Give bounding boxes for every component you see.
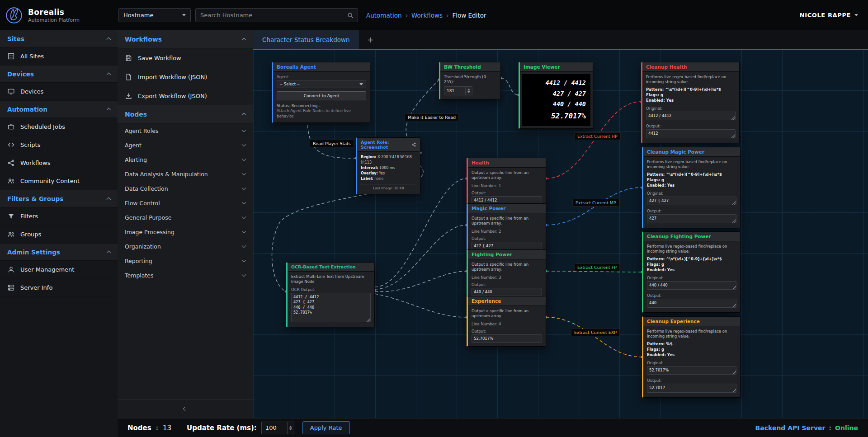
sidebar-section-devices[interactable]: Devices [0,66,118,83]
output-label: Output: [472,329,542,334]
flags-text: Flags: g [647,262,736,268]
sidebar-item-all-sites[interactable]: All Sites [0,47,118,66]
node-category-alerting[interactable]: Alerting [118,152,253,167]
pattern-text: Pattern: ^\s*(\d+)[^0-9]+(\d+)\s*$ [647,172,736,178]
user-menu[interactable]: NICOLE RAPPE [800,12,858,19]
update-rate-field[interactable] [262,422,287,434]
node-category-data-collection[interactable]: Data Collection [118,181,253,196]
sidebar-item-scheduled-jobs[interactable]: Scheduled Jobs [0,118,118,136]
panel-collapse-button[interactable] [118,399,253,418]
apply-rate-button[interactable]: Apply Rate [302,421,350,434]
sidebar-section-admin-settings[interactable]: Admin Settings [0,244,118,261]
sidebar-section-filters-groups[interactable]: Filters & Groups [0,190,118,207]
sidebar-section-sites[interactable]: Sites [0,30,118,47]
node-agent-role-screenshot[interactable]: Agent Role: Screenshot Region: X:200 Y:4… [356,137,420,194]
node-category-templates[interactable]: Templates [118,268,253,282]
sidebar-item-user-management[interactable]: User Management [0,261,118,279]
node-ocr-text-extraction[interactable]: OCR-Based Text Extraction Extract Multi-… [286,262,375,327]
node-category-agent[interactable]: Agent [118,138,253,152]
node-category-organization[interactable]: Organization [118,239,253,254]
briefcase-icon [7,123,15,131]
number-spinner[interactable] [465,87,472,95]
flow-canvas[interactable]: Borealis Agent Agent: -- Select -- Conne… [253,50,868,418]
node-bw-threshold[interactable]: BW Threshold Threshold Strength (0–255): [439,62,501,99]
sidebar-item-community-content[interactable]: Community Content [0,172,118,190]
output-label: Output: [472,282,542,287]
save-workflow-button[interactable]: Save Workflow [118,48,253,67]
chevron-left-icon [183,407,188,411]
spinner-down-icon[interactable] [467,91,470,93]
sidebar-item-server-info[interactable]: Server Info [0,279,118,297]
wire-label-extract-exp[interactable]: Extract Current EXP [571,329,620,336]
node-borealis-agent[interactable]: Borealis Agent Agent: -- Select -- Conne… [272,62,370,123]
sidebar-item-groups[interactable]: Groups [0,226,118,244]
original-label: Original: [647,191,736,196]
hostname-searchbox[interactable] [195,8,358,22]
chevron-down-icon [182,14,186,16]
node-fighting-power[interactable]: Fighting Power Output a specific line fr… [467,249,546,300]
flags-text: Flags: g [647,347,736,352]
breadcrumb-automation[interactable]: Automation [366,12,402,19]
spinner-up-icon[interactable] [289,426,292,428]
connect-to-agent-button[interactable]: Connect to Agent [277,91,366,100]
node-category-agent-roles[interactable]: Agent Roles [118,123,253,138]
tab-character-status-breakdown[interactable]: Character Status Breakdown [253,30,359,49]
threshold-value-field[interactable] [444,87,465,95]
add-tab-button[interactable]: + [359,30,382,49]
node-image-viewer[interactable]: Image Viewer 4412 / 4412 427 / 427 440 /… [519,62,593,129]
output-field[interactable] [472,242,542,250]
wire-label-extract-hp[interactable]: Extract Current HP [574,132,621,140]
output-textarea[interactable]: 427 [647,214,736,223]
hostname-dropdown[interactable]: Hostname [118,8,191,22]
node-cleanup-experience[interactable]: Cleanup Experience Performs live regex-b… [642,316,741,398]
node-cleanup-magic-power[interactable]: Cleanup Magic Power Performs live regex-… [642,147,741,228]
node-cleanup-health[interactable]: Cleanup Health Performs live regex-based… [641,62,740,143]
search-input[interactable] [200,12,347,19]
update-rate-input[interactable] [261,422,294,434]
original-textarea[interactable]: 4412 / 4412 [646,112,736,120]
sidebar-item-filters[interactable]: Filters [0,207,118,226]
ocr-output-textarea[interactable]: 4412 / 4412 427 { 427 440 / 440 52.7017% [291,293,371,322]
output-field[interactable] [472,288,542,296]
sidebar-item-devices[interactable]: Devices [0,83,118,101]
original-textarea[interactable]: 52.7017% [647,366,736,375]
wire-label-extract-fp[interactable]: Extract Current FP [574,263,620,271]
node-title: Agent Role: Screenshot [361,140,411,150]
node-health[interactable]: Health Output a specific line from an up… [467,158,546,208]
node-category-data-analysis[interactable]: Data Analysis & Manipulation [118,167,253,181]
sidebar-section-automation[interactable]: Automation [0,101,118,118]
wire-label-read-player-stats[interactable]: Read Player Stats [310,140,354,147]
sidebar-item-workflows[interactable]: Workflows [0,154,118,172]
breadcrumb-workflows[interactable]: Workflows [411,12,443,19]
section-label: Devices [7,70,34,78]
sidebar-item-scripts[interactable]: Scripts [0,136,118,154]
output-field[interactable] [472,334,542,343]
export-workflow-button[interactable]: Export Workflow (JSON) [118,86,253,105]
share-icon[interactable] [411,142,416,147]
agent-select[interactable]: -- Select -- [277,80,366,88]
number-spinner[interactable] [287,422,294,434]
panel-section-workflows[interactable]: Workflows [118,30,253,48]
enabled-text: Enabled: Yes [647,183,736,188]
chevron-down-icon [242,215,246,219]
spinner-down-icon[interactable] [289,428,292,430]
tab-label: Character Status Breakdown [262,36,350,43]
original-textarea[interactable]: 427 { 427 [647,197,736,205]
node-category-flow-control[interactable]: Flow Control [118,196,253,210]
threshold-input[interactable] [444,86,472,95]
output-textarea[interactable]: 440 [647,299,736,307]
spinner-up-icon[interactable] [467,89,470,90]
node-magic-power[interactable]: Magic Power Output a specific line from … [467,203,546,254]
panel-section-nodes[interactable]: Nodes [118,105,253,123]
node-experience[interactable]: Experience Output a specific line from a… [467,296,546,347]
node-category-general-purpose[interactable]: General Purpose [118,210,253,225]
wire-label-make-it-easier[interactable]: Make it Easier to Read [405,113,459,121]
output-textarea[interactable]: 4412 [646,129,736,138]
wire-label-extract-mp[interactable]: Extract Current MP [572,199,619,207]
original-textarea[interactable]: 440 / 440 [647,281,736,290]
import-workflow-button[interactable]: Import Workflow (JSON) [118,67,253,86]
node-cleanup-fighting-power[interactable]: Cleanup Fighting Power Performs live reg… [642,231,741,313]
node-category-reporting[interactable]: Reporting [118,254,253,268]
node-category-image-processing[interactable]: Image Processing [118,225,253,239]
output-textarea[interactable]: 52.7017 [647,384,736,392]
